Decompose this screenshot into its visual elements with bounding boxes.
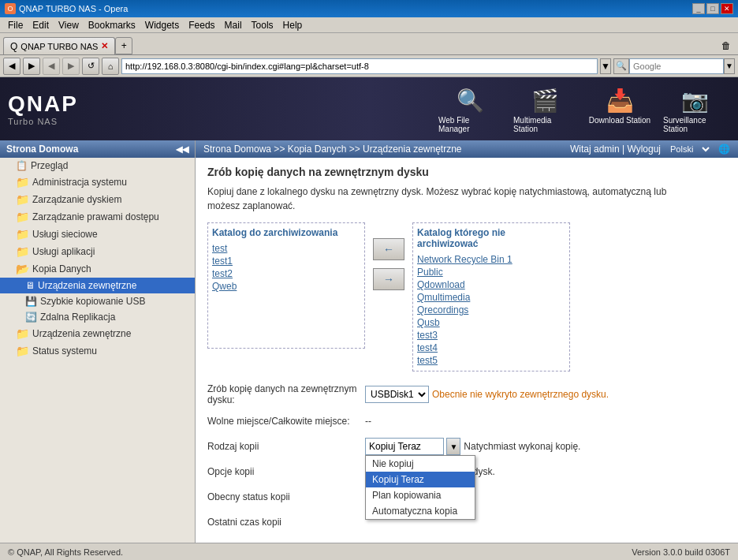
sidebar-item-uslugi-sieciowe[interactable]: 📁 Usługi sieciowe	[0, 226, 195, 243]
menu-bookmarks[interactable]: Bookmarks	[84, 19, 140, 32]
option-plan-kopiowania[interactable]: Plan kopiowania	[366, 487, 475, 503]
maximize-button[interactable]: □	[706, 3, 719, 14]
kopia-danych-icon: 📂	[16, 263, 29, 275]
copy-type-dropdown-btn[interactable]: ▼	[446, 438, 460, 455]
back-button[interactable]: ◀	[3, 58, 20, 75]
sidebar-item-zarzadzanie-prawami[interactable]: 📁 Zarządzanie prawami dostępu	[0, 208, 195, 226]
sidebar-item-zarzadzanie-dyskiem[interactable]: 📁 Zarządzanie dyskiem	[0, 191, 195, 208]
disk-select[interactable]: USBDisk1	[365, 386, 429, 403]
kopia-danych-label: Kopia Danych	[32, 263, 91, 274]
app-web-file-manager[interactable]: 🔍 Web File Manager	[434, 80, 505, 137]
page-description: Kopiuj dane z lokalnego dysku na zewnętr…	[207, 185, 726, 213]
copy-type-input[interactable]	[365, 438, 444, 455]
qnap-header: QNAP Turbo NAS 🔍 Web File Manager 🎬 Mult…	[0, 77, 738, 140]
content-area: Strona Domowa >> Kopia Danych >> Urządze…	[196, 140, 738, 543]
status-systemu-label: Status systemu	[32, 345, 97, 357]
tab-label: QNAP TURBO NAS	[20, 42, 98, 51]
form-row-free-space: Wolne miejsce/Całkowite miejsce: --	[207, 412, 726, 431]
last-result-label: Ostatni wynik kopii	[207, 542, 365, 543]
free-space-label: Wolne miejsce/Całkowite miejsce:	[207, 416, 365, 427]
forward2-button[interactable]: ▶	[62, 58, 80, 75]
menu-edit[interactable]: Edit	[28, 19, 54, 32]
forward-button[interactable]: ▶	[23, 58, 40, 75]
multimedia-station-icon: 🎬	[529, 84, 561, 116]
search-dropdown[interactable]: ▼	[724, 58, 735, 74]
folder-test1[interactable]: test1	[212, 255, 360, 267]
folder-qdownload[interactable]: Qdownload	[417, 278, 565, 291]
menu-help[interactable]: Help	[278, 19, 308, 32]
close-button[interactable]: ✕	[721, 3, 733, 14]
new-tab-button[interactable]: +	[115, 37, 132, 54]
sidebar-item-kopia-danych[interactable]: 📂 Kopia Danych	[0, 260, 195, 278]
app-multimedia-station[interactable]: 🎬 Multimedia Station	[509, 80, 580, 137]
option-nie-kopiuj[interactable]: Nie kopiuj	[366, 456, 475, 472]
folder-test2[interactable]: test2	[212, 267, 360, 280]
folder-qweb[interactable]: Qweb	[212, 280, 360, 293]
zarzadzanie-prawami-label: Zarządzanie prawami dostępu	[32, 211, 159, 222]
sidebar-item-przeglad[interactable]: 📋 Przegląd	[0, 158, 195, 174]
address-dropdown[interactable]: ▼	[600, 58, 611, 74]
form-row-copy-type: Rodzaj kopii ▼ Nie kopiuj Kopiuj Teraz P…	[207, 437, 726, 456]
sidebar-collapse-button[interactable]: ◀◀	[176, 144, 188, 155]
refresh-button[interactable]: ↺	[82, 58, 99, 75]
qnap-subtitle: Turbo NAS	[8, 117, 78, 126]
window-controls[interactable]: _ □ ✕	[692, 3, 733, 14]
menu-mail[interactable]: Mail	[220, 19, 247, 32]
folder-test5[interactable]: test5	[417, 354, 565, 367]
przeglad-icon: 📋	[16, 160, 28, 171]
multimedia-station-label: Multimedia Station	[513, 116, 576, 133]
copy-type-dropdown[interactable]: ▼ Nie kopiuj Kopiuj Teraz Plan kopiowani…	[365, 438, 460, 456]
sidebar-item-status-systemu[interactable]: 📁 Status systemu	[0, 342, 195, 360]
browser-tab-qnap[interactable]: Q QNAP TURBO NAS ✕	[3, 37, 115, 54]
qnap-logo-section: QNAP Turbo NAS	[8, 91, 78, 126]
tab-close-button[interactable]: ✕	[101, 41, 108, 51]
copy-status-label: Obecny status kopii	[207, 491, 365, 502]
address-input[interactable]	[121, 58, 598, 74]
menu-widgets[interactable]: Widgets	[140, 19, 184, 32]
app-download-station[interactable]: 📥 Download Station	[584, 80, 655, 137]
folder-test3[interactable]: test3	[417, 329, 565, 342]
sidebar-item-administracja[interactable]: 📁 Administracja systemu	[0, 174, 195, 191]
trash-button[interactable]: 🗑	[718, 37, 735, 54]
sidebar-item-urzadzenia-zew2[interactable]: 📁 Urządzenia zewnętrzne	[0, 325, 195, 342]
globe-icon: 🌐	[718, 144, 730, 155]
zdalna-replikacja-label: Zdalna Replikacja	[40, 312, 115, 323]
sidebar-item-uslugi-aplikacji[interactable]: 📁 Usługi aplikacji	[0, 243, 195, 260]
download-station-icon: 📥	[604, 84, 636, 116]
move-right-button[interactable]: →	[373, 268, 404, 290]
option-kopiuj-teraz[interactable]: Kopiuj Teraz	[366, 472, 475, 487]
uslugi-aplikacji-label: Usługi aplikacji	[32, 246, 95, 257]
sidebar-item-urzadzenia-zewnetrzne[interactable]: 🖥 Urządzenia zewnętrzne	[0, 278, 195, 293]
folder-test[interactable]: test	[212, 242, 360, 255]
option-automatyczna-kopia[interactable]: Automatyczna kopia	[366, 503, 475, 519]
tab-bar: Q QNAP TURBO NAS ✕ + 🗑	[0, 33, 738, 55]
app-surveillance-station[interactable]: 📷 Surveillance Station	[659, 80, 730, 137]
folder-qrecordings[interactable]: Qrecordings	[417, 304, 565, 316]
back2-button[interactable]: ◀	[43, 58, 60, 75]
home-button[interactable]: ⌂	[102, 58, 119, 75]
menu-tools[interactable]: Tools	[247, 19, 278, 32]
folder-qusb[interactable]: Qusb	[417, 316, 565, 329]
breadcrumb: Strona Domowa >> Kopia Danych >> Urządze…	[203, 144, 462, 155]
folder-qmultimedia[interactable]: Qmultimedia	[417, 291, 565, 304]
urzadzenia-zew2-label: Urządzenia zewnętrzne	[32, 328, 131, 339]
zarzadzanie-dyskiem-label: Zarządzanie dyskiem	[32, 194, 121, 205]
web-file-manager-label: Web File Manager	[438, 116, 501, 133]
search-input[interactable]	[629, 58, 724, 74]
main-layout: Strona Domowa ◀◀ 📋 Przegląd 📁 Administra…	[0, 140, 738, 543]
menu-file[interactable]: File	[3, 19, 28, 32]
menu-view[interactable]: View	[54, 19, 84, 32]
breadcrumb-right: Witaj admin | Wyloguj Polski English 🌐	[570, 144, 730, 155]
move-left-button[interactable]: ←	[373, 238, 404, 260]
sidebar-item-zdalna-replikacja[interactable]: 🔄 Zdalna Replikacja	[0, 309, 195, 325]
minimize-button[interactable]: _	[692, 3, 705, 14]
download-station-label: Download Station	[589, 116, 650, 125]
language-selector[interactable]: Polski English	[667, 144, 712, 155]
sidebar-item-szybkie-kopiowanie[interactable]: 💾 Szybkie kopiowanie USB	[0, 293, 195, 309]
folder-public[interactable]: Public	[417, 266, 565, 278]
folder-test4[interactable]: test4	[417, 342, 565, 354]
uslugi-sieciowe-label: Usługi sieciowe	[32, 229, 98, 240]
search-icon: 🔍	[613, 58, 629, 74]
menu-feeds[interactable]: Feeds	[184, 19, 219, 32]
folder-network-recycle[interactable]: Network Recycle Bin 1	[417, 253, 565, 266]
